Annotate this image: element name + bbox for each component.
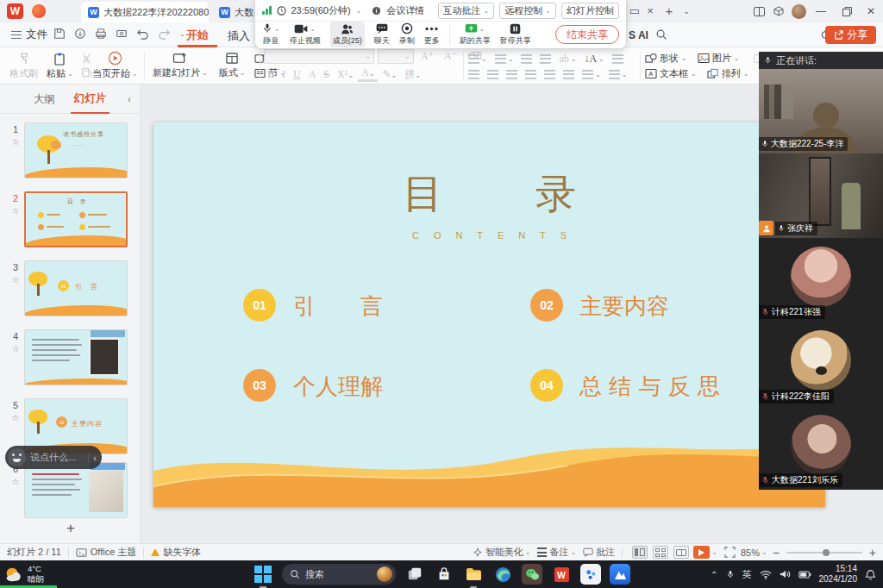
- slide-thumbnail-6[interactable]: [24, 462, 128, 518]
- collapse-panel-icon[interactable]: ‹: [128, 93, 131, 105]
- slide-thumbnail-2[interactable]: 目 录: [24, 191, 128, 247]
- strikethrough-icon[interactable]: S: [320, 68, 333, 81]
- user-avatar[interactable]: [786, 0, 811, 22]
- slide-thumbnail-1[interactable]: 读书感悟分享 —— ——: [24, 122, 128, 178]
- search-icon[interactable]: [655, 28, 667, 41]
- task-view-icon[interactable]: [404, 564, 425, 585]
- slide-subtitle[interactable]: C O N T E N T S: [153, 230, 825, 241]
- docer-icon[interactable]: [32, 4, 46, 18]
- export-icon[interactable]: [74, 28, 86, 40]
- text-direction-icon[interactable]: ↓A⌄: [584, 53, 604, 66]
- zoom-level[interactable]: 85%: [741, 547, 760, 558]
- slide-control-button[interactable]: 幻灯片控制: [561, 3, 619, 19]
- new-tab-button[interactable]: +: [661, 0, 678, 22]
- increase-indent-icon[interactable]: [540, 54, 551, 64]
- microsoft-store-icon[interactable]: [434, 564, 454, 585]
- decrease-font-icon[interactable]: A⁻: [441, 50, 460, 63]
- share-button[interactable]: 分享: [825, 26, 876, 44]
- increase-font-icon[interactable]: A⁺: [417, 50, 437, 63]
- save-icon[interactable]: [53, 28, 66, 40]
- remote-control-button[interactable]: 远程控制⌄: [499, 3, 556, 19]
- numbering-icon[interactable]: ⌄: [495, 54, 514, 64]
- add-slide-button[interactable]: +: [60, 520, 81, 537]
- emoji-icon[interactable]: [8, 448, 26, 466]
- toc-item-1-label[interactable]: 引 言: [293, 291, 383, 322]
- slide-sorter-view-button[interactable]: [653, 546, 668, 559]
- slide-title[interactable]: 目 录: [153, 167, 825, 222]
- bold-icon[interactable]: B: [264, 68, 278, 81]
- mute-button[interactable]: ⌄ 静音: [262, 22, 280, 47]
- columns-icon[interactable]: [563, 70, 574, 79]
- zoom-out-button[interactable]: −: [773, 546, 780, 560]
- notes-label[interactable]: 备注: [549, 546, 568, 559]
- slide-canvas[interactable]: 目 录 C O N T E N T S 01 引 言 02 主要内容 03 个人…: [153, 122, 825, 507]
- align-right-icon[interactable]: [506, 70, 517, 79]
- zoom-slider[interactable]: [786, 552, 862, 554]
- play-from-current-button[interactable]: 当页开始⌄: [88, 48, 142, 83]
- chat-button[interactable]: 聊天: [374, 22, 390, 47]
- toc-item-2-number[interactable]: 02: [530, 289, 563, 322]
- tencent-meeting-icon[interactable]: [610, 564, 630, 585]
- slide-thumbnail-3[interactable]: 01 引 言: [24, 260, 128, 316]
- interactive-annotation-button[interactable]: 互动批注⌄: [438, 3, 495, 19]
- textbox-button[interactable]: A 文本框⌄: [645, 67, 697, 80]
- meeting-timer[interactable]: 23:59(60分钟): [291, 4, 351, 17]
- align-center-icon[interactable]: [487, 70, 498, 79]
- edge-browser-icon[interactable]: [492, 564, 513, 585]
- print-icon[interactable]: [95, 28, 107, 40]
- collapse-chat-icon[interactable]: ‹: [88, 453, 97, 463]
- shapes-button[interactable]: 形状⌄: [645, 52, 687, 65]
- tab-slides[interactable]: 幻灯片: [71, 84, 110, 114]
- participant-video-5[interactable]: 大数据221刘乐乐: [759, 406, 883, 490]
- timer-chevron-icon[interactable]: ⌄: [356, 7, 362, 15]
- zoom-in-button[interactable]: +: [869, 546, 876, 560]
- chat-input[interactable]: 说点什么...: [30, 451, 84, 464]
- taskbar-clock[interactable]: 15:14 2024/1/20: [819, 564, 858, 585]
- toc-item-4-label[interactable]: 总 结 与 反 思: [579, 372, 720, 402]
- wps-office-icon[interactable]: W: [551, 564, 572, 585]
- pause-share-button[interactable]: 暂停共享: [500, 22, 531, 47]
- tab-close-icon[interactable]: ×: [642, 0, 659, 22]
- participant-video-1[interactable]: 大数据222-25-李洋: [759, 69, 883, 153]
- document-tab-1[interactable]: W 大数据222李洋20222080225 调研: [81, 2, 209, 22]
- hidden-icons-chevron[interactable]: ⌃: [711, 570, 717, 579]
- slide-layout-button[interactable]: 版式⌄: [215, 48, 250, 83]
- battery-icon[interactable]: [798, 570, 811, 579]
- participant-video-4[interactable]: 计科222李佳阳: [759, 322, 883, 406]
- toc-item-3-number[interactable]: 03: [243, 369, 276, 402]
- paste-button[interactable]: 粘贴⌄: [42, 48, 78, 83]
- normal-view-button[interactable]: [632, 546, 648, 559]
- meeting-details-link[interactable]: 会议详情: [386, 4, 424, 17]
- slideshow-play-button[interactable]: [693, 546, 710, 559]
- underline-icon[interactable]: U: [290, 68, 304, 81]
- notification-bell-icon[interactable]: [865, 569, 876, 580]
- weather-widget[interactable]: 4°C晴朗: [3, 560, 44, 588]
- members-button[interactable]: 成员(25): [330, 22, 365, 47]
- char-spacing-icon[interactable]: A: [305, 68, 320, 81]
- tab-outline[interactable]: 大纲: [30, 84, 59, 113]
- wechat-icon[interactable]: [522, 564, 542, 585]
- align-left-icon[interactable]: [468, 70, 479, 79]
- beautify-label[interactable]: 智能美化: [485, 546, 523, 559]
- missing-font-label[interactable]: 缺失字体: [163, 546, 201, 559]
- zoom-slider-handle[interactable]: [823, 549, 830, 556]
- wps-logo-icon[interactable]: W: [7, 3, 23, 19]
- tab-list-chevron-icon[interactable]: ⌄: [678, 0, 695, 22]
- align-objects-icon[interactable]: ⌄: [609, 70, 628, 79]
- participant-video-3[interactable]: 计科221张强: [759, 238, 883, 322]
- fit-screen-icon[interactable]: [724, 547, 736, 558]
- app-icon-blue-dots[interactable]: [580, 564, 601, 585]
- paragraph-layout-icon[interactable]: ab⌄: [559, 53, 576, 66]
- distribute-icon[interactable]: [544, 70, 555, 79]
- stop-video-button[interactable]: ⌄ 停止视频: [290, 22, 321, 47]
- font-size-select[interactable]: ⌄: [378, 49, 414, 64]
- justify-icon[interactable]: [525, 70, 536, 79]
- print-preview-icon[interactable]: [116, 28, 128, 40]
- file-explorer-icon[interactable]: [463, 564, 484, 585]
- new-slide-button[interactable]: 新建幻灯片⌄: [148, 48, 212, 83]
- theme-label[interactable]: Office 主题: [91, 546, 137, 559]
- format-painter-button[interactable]: 格式刷: [5, 48, 42, 83]
- font-family-select[interactable]: ⌄: [264, 49, 374, 64]
- redo-icon[interactable]: [158, 28, 171, 40]
- tab-home[interactable]: 开始: [178, 25, 217, 47]
